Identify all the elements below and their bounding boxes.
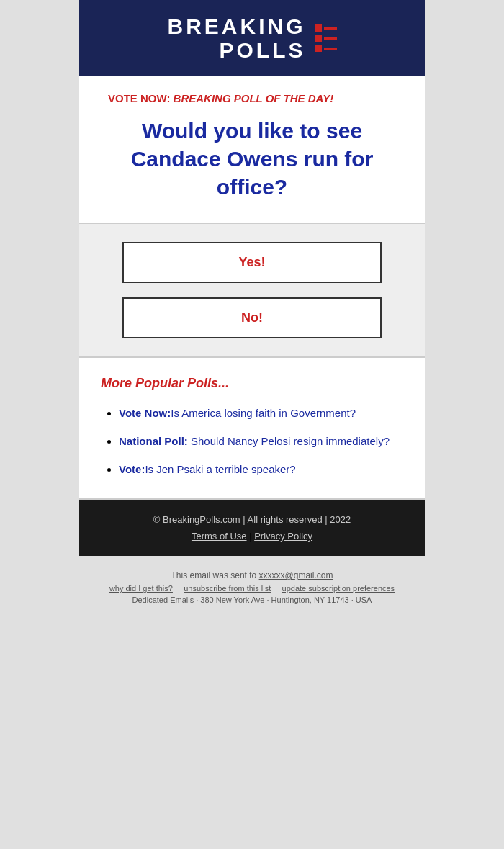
list-item: Vote Now:Is America losing faith in Gove…: [119, 405, 403, 421]
no-button[interactable]: No!: [122, 297, 382, 338]
link-spacer-2: [273, 584, 279, 593]
poll-link-1-normal[interactable]: Is America losing faith in Government?: [171, 407, 356, 419]
buttons-section: Yes! No!: [79, 224, 425, 358]
poll-link-3-normal[interactable]: Is Jen Psaki a terrible speaker?: [145, 463, 295, 475]
logo-row-2: [315, 35, 337, 42]
link-spacer-1: [175, 584, 181, 593]
logo-line-3: [324, 48, 337, 50]
list-item: Vote:Is Jen Psaki a terrible speaker?: [119, 462, 403, 477]
logo-row-3: [315, 45, 337, 52]
logo-icon: [315, 24, 337, 52]
footer-copyright: © BreakingPolls.com | All rights reserve…: [101, 514, 403, 525]
list-item: National Poll: Should Nancy Pelosi resig…: [119, 434, 403, 449]
logo-line-2: [324, 37, 337, 40]
terms-of-use-link[interactable]: Terms of Use: [192, 531, 247, 542]
footer: © BreakingPolls.com | All rights reserve…: [79, 500, 425, 556]
email-small-links: why did I get this? unsubscribe from thi…: [101, 584, 403, 593]
email-info: This email was sent to xxxxxx@gmail.com …: [79, 556, 425, 619]
sent-text: This email was sent to: [171, 570, 259, 580]
unsubscribe-link[interactable]: unsubscribe from this list: [184, 584, 271, 593]
logo-square-1: [315, 24, 322, 32]
poll-link-2-normal[interactable]: Should Nancy Pelosi resign immediately?: [188, 435, 390, 447]
update-preferences-link[interactable]: update subscription preferences: [282, 584, 395, 593]
logo-square-3: [315, 45, 322, 52]
vote-now-text: VOTE NOW:: [108, 92, 174, 104]
poll-link-3-bold[interactable]: Vote:: [119, 463, 145, 475]
why-did-i-get-this-link[interactable]: why did I get this?: [109, 584, 173, 593]
more-polls-section: More Popular Polls... Vote Now:Is Americ…: [79, 358, 425, 500]
yes-button[interactable]: Yes!: [122, 242, 382, 283]
mailing-address: Dedicated Emails · 380 New York Ave · Hu…: [101, 596, 403, 604]
vote-now-italic: BREAKING POLL OF THE DAY!: [174, 92, 334, 104]
email-container: BREAKING POLLS: [79, 0, 425, 556]
header: BREAKING POLLS: [79, 0, 425, 76]
footer-links: Terms of Use | Privacy Policy: [101, 531, 403, 542]
polls-list: Vote Now:Is America losing faith in Gove…: [101, 405, 403, 477]
poll-section: VOTE NOW: BREAKING POLL OF THE DAY! Woul…: [79, 76, 425, 224]
logo-area: BREAKING POLLS: [101, 14, 403, 62]
email-sent-line: This email was sent to xxxxxx@gmail.com: [101, 570, 403, 580]
logo-square-2: [315, 35, 322, 42]
email-wrapper: BREAKING POLLS: [0, 0, 504, 849]
logo-line-1: [324, 27, 337, 30]
logo-row-1: [315, 24, 337, 32]
privacy-policy-link[interactable]: Privacy Policy: [254, 531, 312, 542]
poll-link-2-bold[interactable]: National Poll:: [119, 435, 188, 447]
email-address-link[interactable]: xxxxxx@gmail.com: [259, 570, 333, 580]
brand-line1: BREAKING: [167, 14, 305, 38]
poll-link-1-bold[interactable]: Vote Now:: [119, 407, 171, 419]
brand-text: BREAKING POLLS: [167, 14, 305, 62]
poll-question: Would you like to see Candace Owens run …: [108, 117, 396, 201]
more-polls-title: More Popular Polls...: [101, 376, 403, 391]
brand-line2: POLLS: [219, 38, 305, 62]
vote-now-label: VOTE NOW: BREAKING POLL OF THE DAY!: [108, 91, 396, 106]
